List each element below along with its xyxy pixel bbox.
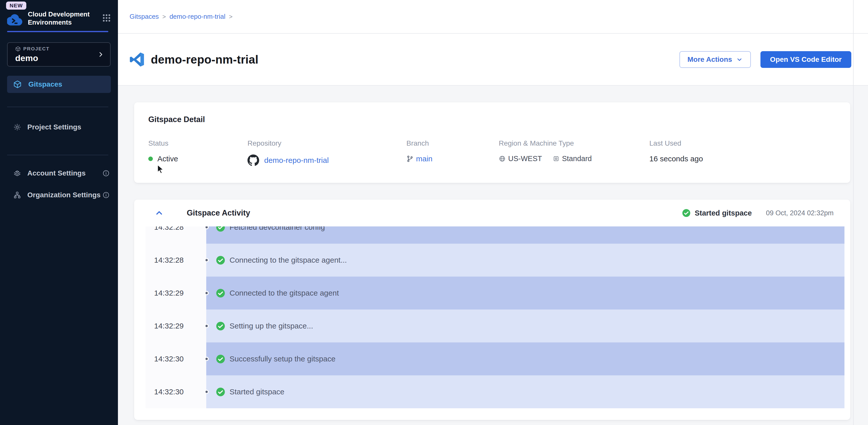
page-header: demo-repo-nm-trial More Actions Open VS …	[118, 34, 868, 86]
log-timestamp: 14:32:28	[146, 256, 184, 264]
sidebar-item-label: Account Settings	[27, 169, 86, 177]
info-circle-icon[interactable]	[102, 191, 110, 199]
log-timestamp-gutter: 14:32:28	[146, 244, 206, 277]
sidebar-item-label: Gitspaces	[28, 80, 62, 88]
log-message: Connected to the gitspace agent	[229, 289, 339, 298]
machine-type-value: Standard	[562, 154, 592, 163]
github-icon	[247, 154, 259, 166]
log-message: Fetched devcontainer config	[229, 226, 325, 231]
breadcrumb-link-gitspaces[interactable]: Gitspaces	[130, 13, 159, 21]
cloud-terminal-logo-icon	[7, 13, 22, 27]
log-message: Connecting to the gitspace agent...	[229, 256, 347, 264]
sidebar-logo-row: NEW Cloud Development Environments	[0, 0, 118, 27]
check-circle-icon	[216, 387, 225, 397]
stack-gear-icon	[13, 169, 21, 177]
log-timestamp: 14:32:29	[146, 322, 184, 330]
repository-link[interactable]: demo-repo-nm-trial	[264, 156, 329, 165]
log-message-cell: Connected to the gitspace agent	[206, 277, 844, 310]
sidebar-item-account-settings[interactable]: Account Settings	[0, 162, 118, 184]
sidebar-item-organization-settings[interactable]: Organization Settings	[0, 184, 118, 206]
grid-apps-icon[interactable]	[102, 13, 111, 23]
project-meta: PROJECT demo	[15, 46, 50, 63]
timeline-dot-icon	[205, 324, 209, 328]
activity-timestamp: 09 Oct, 2024 02:32pm	[766, 209, 834, 217]
sidebar-item-project-settings[interactable]: Project Settings	[0, 113, 118, 141]
field-label: Branch	[406, 139, 499, 147]
activity-status: Started gitspace 09 Oct, 2024 02:32pm	[682, 209, 834, 217]
log-message-cell: Setting up the gitspace...	[206, 310, 844, 342]
field-repository: Repository demo-repo-nm-trial	[247, 139, 406, 166]
sidebar-divider	[7, 107, 108, 107]
sidebar-item-gitspaces[interactable]: Gitspaces	[7, 76, 111, 93]
log-timestamp-gutter: 14:32:29	[146, 277, 206, 310]
timeline-dot-icon	[205, 291, 209, 295]
page-title: demo-repo-nm-trial	[151, 53, 258, 66]
more-actions-button[interactable]: More Actions	[679, 51, 751, 68]
log-timestamp: 14:32:30	[146, 355, 184, 363]
check-circle-icon	[682, 209, 691, 217]
breadcrumb-link-gitspace[interactable]: demo-repo-nm-trial	[169, 13, 225, 21]
check-circle-icon	[216, 321, 225, 331]
breadcrumb-separator: >	[162, 13, 166, 20]
gear-icon	[13, 123, 21, 131]
sidebar-accent-underline	[7, 31, 108, 32]
gitspace-activity-card: Gitspace Activity Started gitspace 09 Oc…	[134, 200, 850, 420]
project-name: demo	[15, 53, 50, 63]
sidebar: NEW Cloud Development Environments	[0, 0, 118, 425]
log-message-cell: Successfully setup the gitspace	[206, 342, 844, 375]
org-chart-icon	[13, 191, 21, 199]
activity-title: Gitspace Activity	[187, 208, 250, 218]
breadcrumb-bar: Gitspaces > demo-repo-nm-trial >	[118, 0, 868, 34]
log-message-cell: Started gitspace	[206, 375, 844, 408]
field-label: Status	[148, 139, 247, 147]
field-label: Repository	[247, 139, 406, 147]
region-value: US-WEST	[508, 154, 542, 163]
cube-icon	[15, 46, 21, 52]
field-branch: Branch main	[406, 139, 499, 166]
activity-log-row: 14:32:28 Connecting to the gitspace agen…	[146, 244, 844, 277]
check-circle-icon	[216, 226, 225, 232]
cloud-development-environments-app: NEW Cloud Development Environments	[0, 0, 868, 425]
timeline-dot-icon	[205, 390, 209, 394]
status-value: Active	[157, 154, 178, 163]
project-selector[interactable]: PROJECT demo	[7, 42, 111, 66]
chip-icon	[553, 155, 560, 162]
activity-log-row: 14:32:29 Setting up the gitspace...	[146, 310, 844, 342]
log-timestamp-gutter: 14:32:29	[146, 310, 206, 342]
globe-icon	[499, 155, 506, 162]
gitspace-detail-card: Gitspace Detail Status Active Repository	[134, 102, 850, 183]
content-area: Gitspace Detail Status Active Repository	[118, 86, 868, 425]
sidebar-item-label: Project Settings	[27, 123, 81, 131]
project-label: PROJECT	[23, 46, 50, 52]
sidebar-item-label: Organization Settings	[27, 191, 100, 199]
breadcrumb: Gitspaces > demo-repo-nm-trial >	[130, 13, 232, 21]
check-circle-icon	[216, 256, 225, 265]
sidebar-divider	[7, 155, 108, 155]
last-used-value: 16 seconds ago	[649, 154, 703, 163]
activity-log[interactable]: 14:32:28 Fetched devcontainer config	[146, 226, 844, 409]
log-timestamp: 14:32:28	[146, 226, 184, 231]
log-timestamp: 14:32:29	[146, 289, 184, 298]
log-timestamp-gutter: 14:32:30	[146, 342, 206, 375]
app-title: Cloud Development Environments	[28, 10, 92, 27]
chevron-down-icon	[736, 56, 743, 63]
more-actions-label: More Actions	[688, 55, 732, 63]
new-badge: NEW	[6, 2, 26, 10]
activity-log-row: 14:32:30 Successfully setup the gitspace	[146, 342, 844, 375]
log-message: Setting up the gitspace...	[229, 322, 313, 330]
info-circle-icon[interactable]	[102, 169, 110, 177]
field-label: Region & Machine Type	[499, 139, 649, 147]
header-actions: More Actions Open VS Code Editor	[679, 51, 851, 68]
scrollbar-track-divider[interactable]	[853, 0, 854, 425]
chevron-right-icon	[97, 51, 104, 58]
gitspace-detail-fields: Status Active Repository demo-repo-n	[148, 139, 836, 166]
breadcrumb-separator: >	[229, 13, 232, 20]
log-timestamp-gutter: 14:32:30	[146, 375, 206, 408]
check-circle-icon	[216, 355, 225, 364]
branch-link[interactable]: main	[416, 154, 432, 163]
chevron-up-icon[interactable]	[155, 209, 163, 217]
open-vscode-editor-button[interactable]: Open VS Code Editor	[761, 51, 851, 68]
log-message-cell: Connecting to the gitspace agent...	[206, 244, 844, 277]
log-message: Started gitspace	[229, 388, 284, 396]
activity-log-row: 14:32:28 Fetched devcontainer config	[146, 226, 844, 244]
